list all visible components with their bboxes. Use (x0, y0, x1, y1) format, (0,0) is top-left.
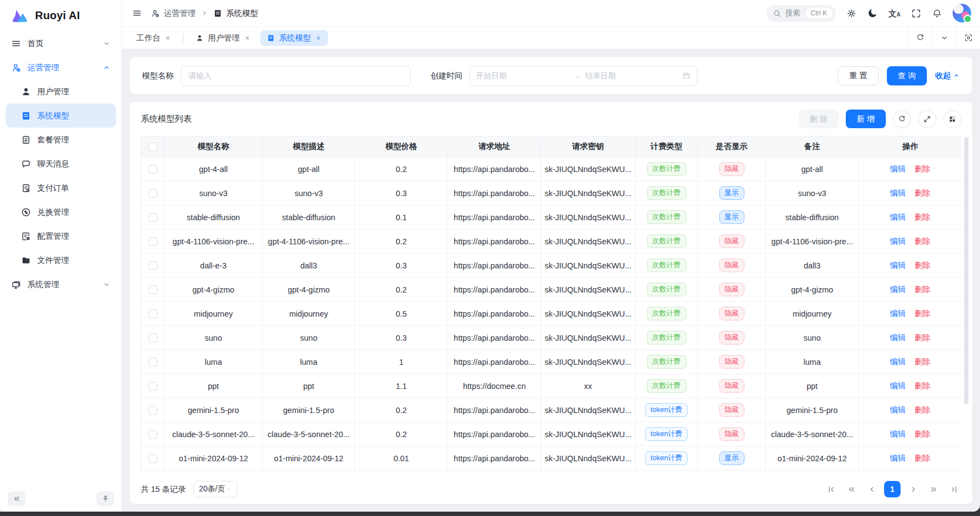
row-checkbox[interactable] (148, 237, 157, 246)
row-checkbox[interactable] (148, 430, 157, 439)
delete-link[interactable]: 删除 (915, 188, 931, 197)
breadcrumb-item-operations[interactable]: 运营管理 (151, 8, 196, 19)
start-date-input[interactable] (476, 71, 569, 80)
notifications-button[interactable] (932, 8, 942, 19)
table-vertical-scrollbar[interactable] (964, 137, 968, 473)
sidebar-subitem[interactable]: 配置管理 (5, 224, 116, 248)
edit-link[interactable]: 编辑 (890, 405, 906, 414)
edit-link[interactable]: 编辑 (890, 188, 906, 197)
delete-link[interactable]: 删除 (915, 237, 931, 245)
sidebar-subitem[interactable]: 套餐管理 (5, 128, 116, 152)
row-checkbox[interactable] (148, 213, 157, 222)
page-number-button[interactable]: 1 (884, 481, 901, 497)
row-checkbox[interactable] (148, 261, 157, 270)
edit-link[interactable]: 编辑 (890, 285, 906, 294)
edit-link[interactable]: 编辑 (890, 237, 906, 245)
table-scroll-area[interactable]: 模型名称模型描述模型价格请求地址请求密钥计费类型是否显示备注操作 gpt-4-a… (141, 136, 961, 474)
last-page-button[interactable] (946, 481, 961, 497)
row-checkbox[interactable] (148, 189, 157, 198)
prev-page-button[interactable] (864, 481, 879, 497)
sidebar-collapse-button[interactable] (8, 491, 25, 506)
model-name-input[interactable] (181, 66, 411, 86)
sidebar-subitem[interactable]: 用户管理 (5, 79, 116, 104)
row-checkbox[interactable] (148, 406, 157, 415)
request-key-cell: sk-JIUQLNndqSeKWU... (541, 181, 635, 205)
sidebar-item-system[interactable]: 系统管理 (5, 272, 116, 296)
search-button[interactable]: 查 询 (887, 66, 927, 85)
language-button[interactable]: 文A (889, 9, 901, 18)
chevron-left-icon (867, 485, 876, 494)
date-range-picker[interactable]: → (469, 66, 697, 86)
close-icon[interactable] (165, 35, 171, 41)
delete-link[interactable]: 删除 (915, 164, 931, 173)
edit-link[interactable]: 编辑 (890, 381, 906, 390)
edit-link[interactable]: 编辑 (890, 454, 906, 462)
row-checkbox[interactable] (148, 285, 157, 294)
select-all-checkbox[interactable] (148, 142, 157, 151)
close-icon[interactable] (316, 35, 322, 41)
delete-link[interactable]: 删除 (915, 333, 931, 342)
delete-link[interactable]: 删除 (915, 429, 931, 438)
visibility-cell: 隐藏 (698, 374, 766, 398)
sidebar-subitem[interactable]: 聊天消息 (5, 152, 116, 176)
delete-link[interactable]: 删除 (915, 454, 931, 462)
add-button[interactable]: 新 增 (846, 110, 886, 128)
row-checkbox[interactable] (148, 454, 157, 463)
delete-link[interactable]: 删除 (915, 213, 931, 221)
delete-link[interactable]: 删除 (915, 405, 931, 414)
delete-link[interactable]: 删除 (915, 285, 931, 294)
sidebar-pin-button[interactable] (96, 491, 114, 506)
breadcrumb-item-system-model[interactable]: 系统模型 (213, 8, 258, 19)
dark-mode-toggle[interactable] (867, 8, 878, 19)
edit-link[interactable]: 编辑 (890, 429, 906, 438)
collapse-filters-link[interactable]: 收起 (935, 71, 960, 81)
end-date-input[interactable] (585, 71, 678, 80)
edit-link[interactable]: 编辑 (890, 261, 906, 270)
tab-menu-button[interactable] (932, 27, 956, 49)
sidebar-subitem[interactable]: 兑换管理 (5, 200, 116, 224)
page-size-select[interactable]: 20条/页 (193, 481, 237, 497)
edit-link[interactable]: 编辑 (890, 333, 906, 342)
close-icon[interactable] (244, 35, 250, 41)
row-checkbox[interactable] (148, 309, 157, 318)
fullscreen-button[interactable] (911, 8, 921, 19)
content-fullscreen-button[interactable] (956, 27, 980, 49)
settings-button[interactable] (846, 8, 857, 19)
sidebar-item-home[interactable]: 首页 (5, 31, 116, 55)
row-checkbox[interactable] (148, 382, 157, 391)
request-url-cell: https://api.pandarobo... (448, 278, 541, 302)
refresh-page-button[interactable] (908, 27, 932, 49)
next-5-pages-button[interactable] (926, 481, 941, 497)
menu-toggle-button[interactable] (132, 8, 142, 18)
next-page-button[interactable] (906, 481, 921, 497)
delete-link[interactable]: 删除 (915, 309, 931, 318)
tab[interactable]: 系统模型 (260, 30, 328, 46)
refresh-table-button[interactable] (893, 110, 911, 128)
sidebar-subitem[interactable]: 支付订单 (5, 176, 116, 200)
global-search[interactable]: 搜索 Ctrl K (766, 5, 836, 22)
row-checkbox[interactable] (148, 358, 157, 366)
batch-delete-button[interactable]: 删 除 (799, 110, 839, 128)
column-settings-button[interactable] (943, 110, 961, 128)
sidebar-subitem[interactable]: 文件管理 (5, 248, 116, 272)
delete-link[interactable]: 删除 (915, 381, 931, 390)
edit-link[interactable]: 编辑 (890, 357, 906, 366)
sidebar-subitem[interactable]: 系统模型 (5, 104, 116, 128)
scrollbar-thumb[interactable] (964, 137, 968, 404)
model-list-icon (267, 34, 275, 42)
edit-link[interactable]: 编辑 (890, 213, 906, 221)
tab[interactable]: 用户管理 (189, 30, 257, 46)
delete-link[interactable]: 删除 (915, 261, 931, 270)
user-avatar[interactable] (953, 4, 971, 22)
prev-5-pages-button[interactable] (844, 481, 859, 497)
edit-link[interactable]: 编辑 (890, 309, 906, 318)
row-checkbox[interactable] (148, 165, 157, 174)
delete-link[interactable]: 删除 (915, 357, 931, 366)
sidebar-item-operations[interactable]: 运营管理 (5, 55, 116, 79)
edit-link[interactable]: 编辑 (890, 164, 906, 173)
tab[interactable]: 工作台 (130, 30, 177, 46)
first-page-button[interactable] (823, 481, 839, 497)
expand-table-button[interactable] (918, 110, 936, 128)
row-checkbox[interactable] (148, 334, 157, 342)
reset-button[interactable]: 重 置 (838, 66, 879, 85)
